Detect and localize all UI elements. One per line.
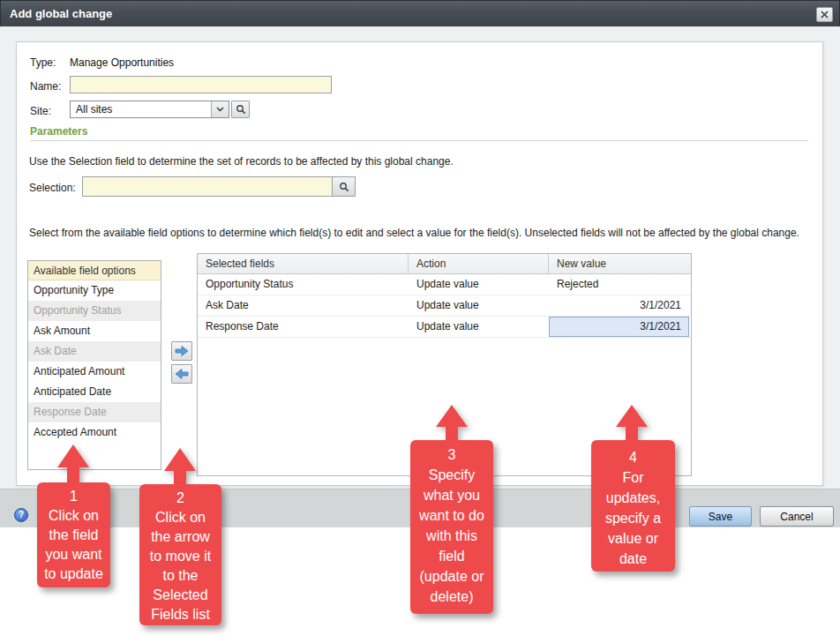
name-label: Name:: [30, 80, 61, 93]
add-global-change-dialog: Add global change Type: Manage Opportuni…: [0, 0, 840, 635]
save-button[interactable]: Save: [689, 506, 752, 527]
search-icon: [236, 104, 246, 115]
selection-search-button[interactable]: [332, 176, 356, 197]
selection-input[interactable]: [82, 176, 356, 197]
dialog-body: Type: Manage Opportunities Name: Site: A…: [0, 26, 840, 489]
chevron-down-icon[interactable]: [211, 101, 229, 117]
parameters-divider: [30, 140, 808, 141]
type-value: Manage Opportunities: [70, 56, 174, 69]
dialog-title: Add global change: [10, 1, 112, 27]
close-icon: [821, 11, 829, 19]
annotation-arrow-up-2: [164, 448, 196, 485]
list-item-response-date: Response Date: [28, 402, 161, 422]
cancel-button[interactable]: Cancel: [760, 506, 834, 527]
move-right-button[interactable]: [171, 341, 192, 361]
list-item-accepted-amount[interactable]: Accepted Amount: [28, 422, 161, 443]
available-fields-list: Available field options Opportunity Type…: [27, 260, 161, 470]
cell-new-value[interactable]: Rejected: [549, 274, 689, 295]
help-icon[interactable]: ?: [14, 508, 28, 522]
column-header-action[interactable]: Action: [409, 254, 549, 273]
arrow-left-icon: [175, 369, 189, 379]
list-item-opportunity-status: Opportunity Status: [28, 301, 161, 321]
available-fields-header: Available field options: [28, 261, 161, 280]
list-item-anticipated-date[interactable]: Anticipated Date: [28, 382, 161, 402]
annotation-callout-4: 4 For updates, specify a value or date: [591, 440, 675, 572]
cell-field[interactable]: Ask Date: [198, 295, 409, 316]
table-row[interactable]: Ask Date Update value 3/1/2021: [198, 295, 691, 317]
annotation-arrow-up-4: [616, 405, 648, 441]
annotation-callout-1: 1 Click on the field you want to update: [37, 482, 110, 587]
site-search-button[interactable]: [231, 101, 250, 118]
dialog-titlebar: Add global change: [0, 0, 840, 26]
annotation-arrow-up-1: [57, 444, 89, 483]
column-header-selected-fields[interactable]: Selected fields: [198, 254, 409, 273]
cell-field[interactable]: Response Date: [198, 317, 409, 337]
selection-label: Selection:: [29, 182, 76, 194]
site-label: Site:: [30, 105, 51, 117]
search-icon: [339, 182, 349, 192]
close-button[interactable]: [816, 7, 833, 22]
list-item-anticipated-amount[interactable]: Anticipated Amount: [28, 362, 161, 382]
cell-action[interactable]: Update value: [409, 317, 549, 337]
annotation-callout-3: 3 Specify what you want to do with this …: [410, 440, 493, 614]
table-row[interactable]: Response Date Update value 3/1/2021: [198, 317, 691, 338]
cell-field[interactable]: Opportunity Status: [198, 274, 409, 295]
list-item-ask-date: Ask Date: [28, 341, 161, 362]
list-item-opportunity-type[interactable]: Opportunity Type: [28, 280, 161, 301]
cell-new-value-selected[interactable]: 3/1/2021: [549, 317, 689, 337]
parameters-section-header: Parameters: [30, 125, 87, 138]
list-item-ask-amount[interactable]: Ask Amount: [28, 321, 161, 341]
annotation-arrow-up-3: [436, 405, 468, 441]
cell-action[interactable]: Update value: [409, 295, 549, 316]
table-row[interactable]: Opportunity Status Update value Rejected: [198, 274, 691, 295]
table-header-row: Selected fields Action New value: [198, 254, 691, 274]
site-selected-value: All sites: [76, 101, 112, 117]
fields-instruction-text: Select from the available field options …: [29, 227, 814, 239]
site-dropdown[interactable]: All sites: [70, 101, 229, 118]
column-header-new-value[interactable]: New value: [549, 254, 689, 273]
cell-new-value[interactable]: 3/1/2021: [549, 295, 689, 316]
dialog-content-panel: Type: Manage Opportunities Name: Site: A…: [16, 41, 823, 486]
arrow-right-icon: [175, 346, 189, 356]
cell-action[interactable]: Update value: [409, 274, 549, 295]
annotation-callout-2: 2 Click on the arrow to move it to the S…: [139, 484, 221, 625]
move-left-button[interactable]: [171, 364, 192, 384]
selection-instruction-text: Use the Selection field to determine the…: [29, 155, 454, 168]
name-input[interactable]: [70, 76, 332, 93]
type-label: Type:: [30, 56, 56, 69]
